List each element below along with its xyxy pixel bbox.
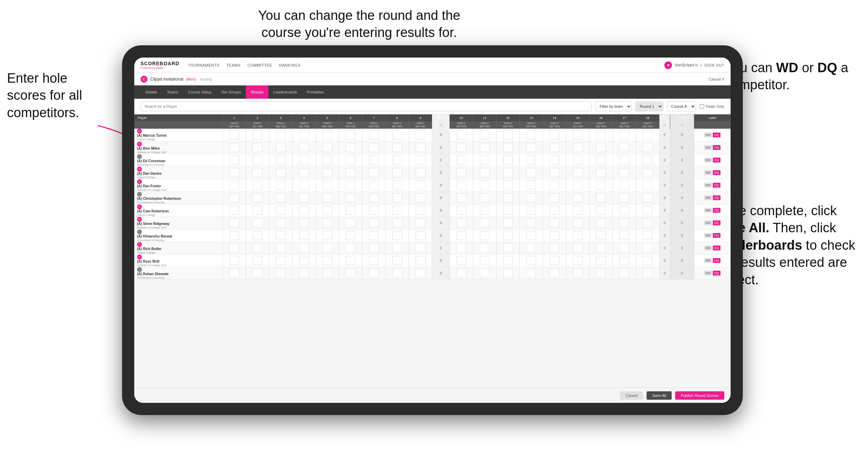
score-cell-13[interactable] [520,267,543,279]
score-cell-4[interactable] [292,204,316,217]
score-cell-9[interactable] [409,204,432,217]
score-input-hole-7[interactable] [369,218,379,227]
score-cell-12[interactable] [496,217,520,229]
score-input-hole-8[interactable] [392,181,402,190]
score-input-hole-5[interactable] [323,231,332,240]
score-input-hole-8[interactable] [392,231,402,240]
score-cell-17[interactable] [613,204,636,217]
score-input-hole-16[interactable] [596,168,606,177]
score-cell-7[interactable] [362,229,386,242]
score-cell-1[interactable] [222,191,246,204]
score-input-hole-15[interactable] [573,168,583,177]
dq-button[interactable]: DQ [713,233,720,238]
score-cell-9[interactable] [409,166,432,179]
score-input-hole-13[interactable] [526,256,536,265]
score-cell-1[interactable] [222,267,246,279]
score-cell-6[interactable] [339,166,362,179]
score-input-hole-6[interactable] [346,130,355,140]
score-input-hole-10[interactable] [456,193,466,202]
score-input-hole-15[interactable] [573,156,583,165]
score-cell-14[interactable] [543,129,566,141]
score-input-hole-14[interactable] [550,206,559,215]
score-cell-17[interactable] [613,217,636,229]
score-cell-14[interactable] [543,254,566,267]
score-input-hole-9[interactable] [416,130,425,140]
score-input-hole-7[interactable] [369,130,379,140]
score-input-hole-13[interactable] [526,143,536,152]
score-input-hole-10[interactable] [456,130,466,140]
score-input-hole-17[interactable] [619,181,629,190]
score-input-hole-3[interactable] [276,181,286,190]
score-cell-13[interactable] [520,179,543,191]
score-input-hole-8[interactable] [392,193,402,202]
score-input-hole-8[interactable] [392,206,402,215]
score-cell-16[interactable] [589,141,613,154]
score-input-hole-10[interactable] [456,269,466,278]
score-input-hole-15[interactable] [573,218,583,227]
score-input-hole-2[interactable] [252,218,262,227]
score-input-hole-15[interactable] [573,269,583,278]
score-input-hole-18[interactable] [643,181,652,190]
score-cell-5[interactable] [316,166,339,179]
score-input-hole-1[interactable] [229,218,239,227]
score-cell-18[interactable] [636,242,659,254]
score-input-hole-11[interactable] [480,218,490,227]
score-cell-8[interactable] [385,204,409,217]
score-cell-14[interactable] [543,242,566,254]
score-input-hole-10[interactable] [456,206,466,215]
score-input-hole-11[interactable] [480,156,490,165]
score-input-hole-4[interactable] [299,231,309,240]
score-cell-2[interactable] [246,267,269,279]
nav-tournaments[interactable]: TOURNAMENTS [188,62,219,69]
score-cell-13[interactable] [520,217,543,229]
score-input-hole-3[interactable] [276,218,286,227]
dq-button[interactable]: DQ [713,170,720,175]
score-cell-10[interactable] [450,267,473,279]
score-cell-10[interactable] [450,229,473,242]
score-input-hole-4[interactable] [299,156,309,165]
score-cell-18[interactable] [636,204,659,217]
score-input-hole-16[interactable] [596,130,606,140]
score-cell-7[interactable] [362,191,386,204]
score-input-hole-1[interactable] [229,143,239,152]
score-input-hole-18[interactable] [643,168,652,177]
score-cell-12[interactable] [496,166,520,179]
score-input-hole-2[interactable] [252,243,262,253]
score-cell-7[interactable] [362,254,386,267]
nav-teams[interactable]: TEAMS [226,62,240,69]
score-input-hole-7[interactable] [369,256,379,265]
score-cell-4[interactable] [292,179,316,191]
score-input-hole-14[interactable] [550,256,559,265]
score-input-hole-8[interactable] [392,168,402,177]
score-cell-14[interactable] [543,204,566,217]
score-cell-2[interactable] [246,217,269,229]
score-cell-2[interactable] [246,254,269,267]
score-input-hole-7[interactable] [369,269,379,278]
score-cell-10[interactable] [450,179,473,191]
score-cell-18[interactable] [636,191,659,204]
score-cell-10[interactable] [450,217,473,229]
score-input-hole-17[interactable] [619,193,629,202]
score-input-hole-6[interactable] [346,256,355,265]
course-select[interactable]: Course A [667,101,696,111]
score-input-hole-7[interactable] [369,156,379,165]
score-cell-15[interactable] [566,254,589,267]
score-cell-11[interactable] [473,141,496,154]
score-input-hole-14[interactable] [550,231,559,240]
score-cell-18[interactable] [636,267,659,279]
totals-only-checkbox[interactable] [700,104,704,109]
score-cell-8[interactable] [385,217,409,229]
score-cell-7[interactable] [362,242,386,254]
score-input-hole-1[interactable] [229,130,239,140]
score-cell-16[interactable] [589,179,613,191]
score-input-hole-7[interactable] [369,206,379,215]
score-input-hole-12[interactable] [503,231,513,240]
score-cell-6[interactable] [339,154,362,166]
score-input-hole-1[interactable] [229,168,239,177]
score-input-hole-18[interactable] [643,130,652,140]
score-cell-15[interactable] [566,267,589,279]
score-cell-3[interactable] [269,166,293,179]
tab-details[interactable]: Details [141,85,162,99]
score-input-hole-6[interactable] [346,269,355,278]
score-cell-15[interactable] [566,191,589,204]
